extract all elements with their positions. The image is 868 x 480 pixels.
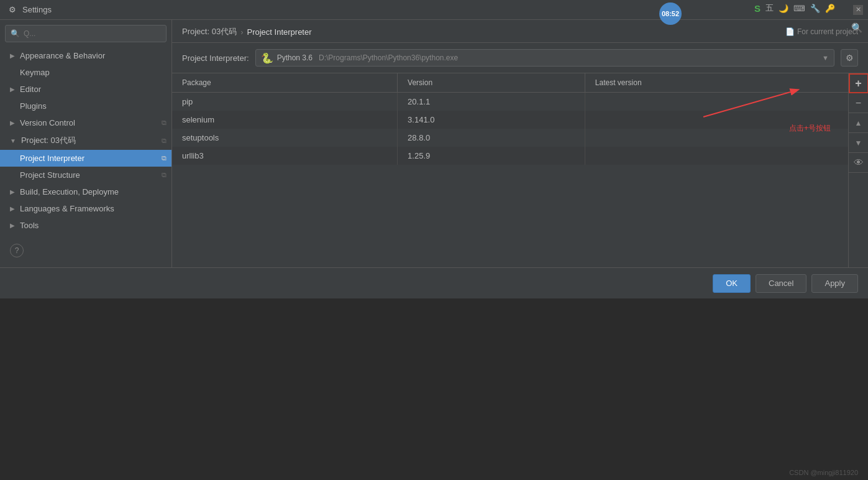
eye-icon: 👁: [854, 157, 864, 168]
window-title: Settings: [22, 5, 52, 14]
search-box[interactable]: 🔍: [5, 25, 167, 42]
sidebar-item-keymap[interactable]: Keymap: [0, 64, 171, 81]
minus-icon: −: [856, 98, 861, 109]
sidebar-item-project-structure[interactable]: Project Structure ⧉: [0, 167, 171, 183]
title-bar: ⚙ Settings S 五 🌙 ⌨ 🔧 🔑 08:52 ✕: [0, 0, 868, 20]
sidebar-item-tools[interactable]: ▶ Tools: [0, 217, 171, 234]
table-header-row: Package Version Latest version: [172, 73, 848, 93]
apply-button[interactable]: Apply: [811, 274, 858, 293]
package-table-container: Package Version Latest version pip 20.1.…: [172, 73, 848, 267]
clock-widget: 08:52: [659, 2, 682, 25]
for-current-label: For current project: [797, 27, 858, 36]
tray-s: S: [752, 2, 762, 15]
breadcrumb: Project: 03代码 › Project Interpreter 📄 Fo…: [172, 20, 868, 43]
copy-icon: ⧉: [162, 137, 167, 145]
watermark: CSDN @mingji811920: [789, 469, 858, 476]
cell-latest: [585, 111, 848, 129]
search-input[interactable]: [24, 29, 161, 38]
ok-button[interactable]: OK: [713, 274, 751, 293]
interpreter-select[interactable]: 🐍 Python 3.6 D:\Programs\Python\Python36…: [255, 49, 834, 67]
arrow-icon: ▼: [10, 137, 16, 144]
scroll-down-button[interactable]: ▼: [849, 133, 869, 153]
sidebar-item-languages[interactable]: ▶ Languages & Frameworks: [0, 200, 171, 217]
window-controls[interactable]: ✕: [853, 5, 863, 15]
arrow-icon: ▶: [10, 52, 15, 59]
cell-latest: [585, 147, 848, 165]
main-content: Project: 03代码 › Project Interpreter 📄 Fo…: [172, 20, 868, 267]
cell-version: 28.8.0: [398, 129, 585, 147]
scroll-up-button[interactable]: ▲: [849, 113, 869, 133]
sidebar-item-version-control[interactable]: ▶ Version Control ⧉: [0, 114, 171, 131]
python-icon: 🐍: [261, 52, 273, 64]
table-row[interactable]: pip 20.1.1: [172, 93, 848, 111]
arrow-icon: ▶: [10, 188, 15, 195]
col-latest-version: Latest version: [585, 73, 848, 93]
sidebar-item-label: Project Structure: [20, 170, 80, 180]
dialog-body: 🔍 ▶ Appearance & Behavior Keymap ▶ Edito…: [0, 20, 868, 267]
file-icon: 📄: [785, 27, 795, 36]
copy-icon: ⧉: [162, 119, 167, 127]
tray-keyboard: ⌨: [792, 2, 807, 14]
sidebar-item-label: Keymap: [20, 68, 50, 77]
sidebar-bottom: ?: [0, 234, 171, 267]
for-current-project: 📄 For current project: [785, 27, 858, 36]
arrow-icon: ▶: [10, 119, 15, 126]
sidebar-item-label: Editor: [20, 85, 41, 94]
bottom-bar: OK Cancel Apply: [0, 267, 868, 298]
cell-package: urllib3: [172, 147, 398, 165]
arrow-icon: ▶: [10, 86, 15, 93]
help-button[interactable]: ?: [10, 244, 24, 257]
sidebar: 🔍 ▶ Appearance & Behavior Keymap ▶ Edito…: [0, 20, 172, 267]
cell-package: setuptools: [172, 129, 398, 147]
sidebar-item-plugins[interactable]: Plugins: [0, 98, 171, 114]
tray-key: 🔑: [823, 2, 837, 14]
tray-tools: 🔧: [808, 2, 822, 14]
sidebar-item-build[interactable]: ▶ Build, Execution, Deployme: [0, 183, 171, 200]
down-arrow-icon: ▼: [855, 139, 862, 147]
breadcrumb-project: Project: 03代码: [182, 26, 237, 37]
copy-icon: ⧉: [162, 171, 167, 179]
sidebar-item-editor[interactable]: ▶ Editor: [0, 81, 171, 98]
remove-package-button[interactable]: −: [849, 93, 869, 113]
sidebar-item-project-interpreter[interactable]: Project Interpreter ⧉: [0, 150, 171, 167]
cancel-button[interactable]: Cancel: [756, 274, 806, 293]
close-button[interactable]: ✕: [853, 5, 863, 15]
python-version: Python 3.6: [277, 53, 313, 62]
gear-icon: ⚙: [846, 53, 854, 63]
sidebar-item-project[interactable]: ▼ Project: 03代码 ⧉: [0, 131, 171, 150]
copy-icon: ⧉: [162, 154, 167, 162]
eye-button[interactable]: 👁: [849, 153, 869, 173]
sidebar-item-label: Project: 03代码: [21, 135, 76, 146]
interpreter-label: Project Interpreter:: [182, 53, 249, 63]
tray-wu: 五: [764, 1, 775, 15]
table-row[interactable]: selenium 3.141.0: [172, 111, 848, 129]
add-package-button[interactable]: +: [849, 73, 869, 93]
table-row[interactable]: urllib3 1.25.9: [172, 147, 848, 165]
clock-time: 08:52: [662, 10, 679, 17]
interpreter-settings-button[interactable]: ⚙: [841, 49, 858, 67]
table-row[interactable]: setuptools 28.8.0: [172, 129, 848, 147]
sidebar-item-label: Version Control: [20, 118, 75, 127]
tray-icons: S 五 🌙 ⌨ 🔧 🔑: [752, 1, 837, 15]
sidebar-item-label: Project Interpreter: [20, 154, 85, 163]
top-search-icon[interactable]: 🔍: [851, 22, 863, 34]
sidebar-item-label: Appearance & Behavior: [20, 51, 105, 60]
arrow-icon: ▶: [10, 205, 15, 212]
cell-package: pip: [172, 93, 398, 111]
search-icon: 🔍: [11, 29, 20, 38]
settings-icon: ⚙: [7, 5, 17, 15]
python-path: D:\Programs\Python\Python36\python.exe: [319, 53, 458, 62]
cell-version: 20.1.1: [398, 93, 585, 111]
sidebar-item-label: Languages & Frameworks: [20, 204, 114, 213]
col-package: Package: [172, 73, 398, 93]
cell-package: selenium: [172, 111, 398, 129]
breadcrumb-current: Project Interpreter: [247, 27, 312, 37]
sidebar-item-label: Tools: [20, 221, 39, 230]
sidebar-item-label: Plugins: [20, 101, 47, 111]
tray-moon: 🌙: [777, 2, 790, 14]
sidebar-item-appearance[interactable]: ▶ Appearance & Behavior: [0, 47, 171, 64]
side-actions: + − ▲ ▼ 👁: [848, 73, 868, 267]
breadcrumb-separator: ›: [240, 27, 243, 37]
plus-icon: +: [855, 77, 862, 90]
cell-version: 1.25.9: [398, 147, 585, 165]
